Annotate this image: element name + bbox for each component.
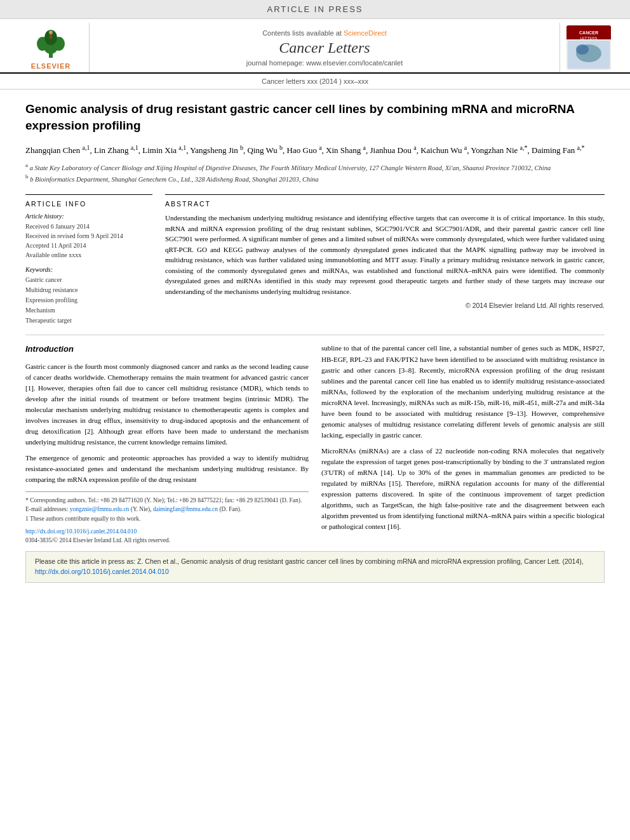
keyword-expression: Expression profiling bbox=[25, 295, 152, 305]
svg-point-5 bbox=[49, 30, 53, 34]
keyword-therapeutic: Therapeutic target bbox=[25, 316, 152, 326]
keyword-mechanism: Mechanism bbox=[25, 305, 152, 316]
cite-header: Cancer letters xxx (2014 ) xxx–xxx bbox=[0, 74, 630, 90]
article-body: Genomic analysis of drug resistant gastr… bbox=[0, 90, 630, 589]
article-history-block: Article history: Received 6 January 2014… bbox=[25, 213, 152, 260]
journal-header: ELSEVIER Contents lists available at Sci… bbox=[0, 19, 630, 74]
abstract-header: ABSTRACT bbox=[165, 200, 605, 208]
doi-line: http://dx.doi.org/10.1016/j.canlet.2014.… bbox=[25, 527, 309, 545]
bottom-cite-bar: Please cite this article in press as: Z.… bbox=[25, 551, 605, 583]
svg-point-14 bbox=[576, 44, 589, 55]
keyword-mdr: Multidrug resistance bbox=[25, 285, 152, 295]
revised-date: Received in revised form 9 April 2014 bbox=[25, 231, 152, 241]
sciencedirect-link[interactable]: ScienceDirect bbox=[344, 29, 387, 37]
aip-banner: ARTICLE IN PRESS bbox=[0, 0, 630, 19]
article-info-abstract-section: ARTICLE INFO Article history: Received 6… bbox=[25, 194, 605, 326]
email-label: E-mail addresses: bbox=[25, 506, 68, 512]
main-text-columns: Introduction Gastric cancer is the fourt… bbox=[25, 343, 605, 545]
doi-link[interactable]: http://dx.doi.org/10.1016/j.canlet.2014.… bbox=[25, 528, 137, 535]
article-info-header: ARTICLE INFO bbox=[25, 200, 152, 208]
email1-link[interactable]: yongznie@fmmu.edu.cn bbox=[70, 506, 130, 512]
email2-link[interactable]: daimingfan@fmmu.edu.cn bbox=[153, 506, 218, 512]
cancer-letters-logo-area: CANCER LETTERS bbox=[560, 23, 617, 72]
article-title: Genomic analysis of drug resistant gastr… bbox=[25, 101, 605, 133]
keywords-block: Keywords: Gastric cancer Multidrug resis… bbox=[25, 266, 152, 326]
affiliation-a: a a State Key Laboratory of Cancer Biolo… bbox=[25, 161, 605, 173]
abstract-column: ABSTRACT Understanding the mechanism und… bbox=[165, 194, 605, 326]
main-col-left: Introduction Gastric cancer is the fourt… bbox=[25, 343, 309, 545]
elsevier-logo-area: ELSEVIER bbox=[13, 23, 89, 72]
equal-contrib-note: 1 These authors contribute equally to th… bbox=[25, 514, 309, 523]
sciencedirect-label: Contents lists available at bbox=[262, 29, 342, 37]
accepted-date: Accepted 11 April 2014 bbox=[25, 241, 152, 250]
email-note: E-mail addresses: yongznie@fmmu.edu.cn (… bbox=[25, 505, 309, 514]
introduction-title: Introduction bbox=[25, 343, 309, 356]
elsevier-text: ELSEVIER bbox=[31, 62, 70, 70]
sciencedirect-line: Contents lists available at ScienceDirec… bbox=[262, 29, 387, 37]
abstract-text: Understanding the mechanism underlying m… bbox=[165, 213, 605, 297]
section-divider bbox=[25, 335, 605, 335]
intro-para2: The emergence of genomic and proteomic a… bbox=[25, 453, 309, 485]
affiliations: a a State Key Laboratory of Cancer Biolo… bbox=[25, 161, 605, 184]
right-para2: MicroRNAs (miRNAs) are a class of 22 nuc… bbox=[321, 446, 605, 532]
email1-name: (Y. Nie), bbox=[131, 506, 152, 512]
homepage-text: journal homepage: www.elsevier.com/locat… bbox=[246, 59, 403, 67]
elsevier-logo: ELSEVIER bbox=[29, 26, 73, 70]
authors-text: Zhangqian Chen a,1, Lin Zhang a,1, Limin… bbox=[25, 145, 584, 155]
history-label: Article history: bbox=[25, 213, 152, 220]
available-online: Available online xxxx bbox=[25, 250, 152, 260]
received-date: Received 6 January 2014 bbox=[25, 222, 152, 231]
right-para1: subline to that of the parental cancer c… bbox=[321, 343, 605, 440]
copyright-line: © 2014 Elsevier Ireland Ltd. All rights … bbox=[165, 302, 605, 309]
journal-title: Cancer Letters bbox=[279, 39, 370, 57]
affiliation-b: b b Bioinformatics Department, Shanghai … bbox=[25, 173, 605, 184]
keywords-label: Keywords: bbox=[25, 266, 152, 273]
issn-text: 0304-3835/© 2014 Elsevier Ireland Ltd. A… bbox=[25, 537, 170, 543]
bottom-cite-link[interactable]: http://dx.doi.org/10.1016/j.canlet.2014.… bbox=[35, 568, 169, 575]
journal-homepage: journal homepage: www.elsevier.com/locat… bbox=[246, 59, 403, 67]
corresponding-note: * Corresponding authors. Tel.: +86 29 84… bbox=[25, 496, 309, 505]
journal-info-center: Contents lists available at ScienceDirec… bbox=[89, 23, 560, 72]
elsevier-tree-icon bbox=[29, 26, 73, 61]
bottom-cite-label: Please cite this article in press as: Z.… bbox=[35, 557, 584, 565]
main-col-right: subline to that of the parental cancer c… bbox=[321, 343, 605, 545]
email2-name: (D. Fan). bbox=[219, 506, 241, 512]
article-info-column: ARTICLE INFO Article history: Received 6… bbox=[25, 194, 152, 326]
keyword-gastric: Gastric cancer bbox=[25, 275, 152, 285]
authors: Zhangqian Chen a,1, Lin Zhang a,1, Limin… bbox=[25, 142, 605, 156]
svg-rect-6 bbox=[50, 34, 52, 39]
svg-text:CANCER: CANCER bbox=[579, 30, 598, 35]
svg-text:LETTERS: LETTERS bbox=[580, 36, 597, 40]
cancer-letters-logo-icon: CANCER LETTERS bbox=[566, 25, 611, 70]
footnotes-area: * Corresponding authors. Tel.: +86 29 84… bbox=[25, 491, 309, 523]
intro-para1: Gastric cancer is the fourth most common… bbox=[25, 361, 309, 448]
